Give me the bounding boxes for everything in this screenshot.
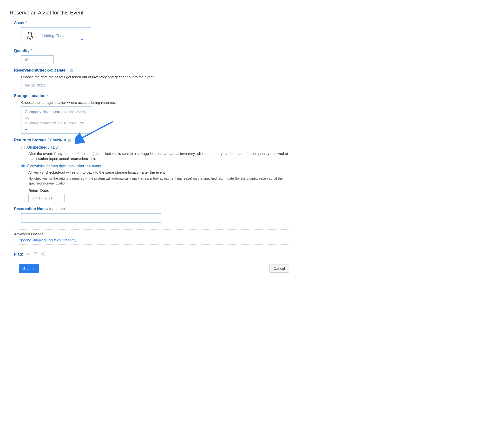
page-title: Reserve an Asset for this Event: [10, 10, 289, 16]
submit-button[interactable]: Submit: [19, 264, 39, 273]
info-icon: i: [67, 139, 71, 142]
notes-label: Reservation Notes (optional): [14, 207, 289, 211]
advanced-options-title: Advanced Options: [14, 232, 289, 236]
radio-everything-label: Everything comes right back after the ev…: [27, 164, 101, 168]
svg-text:i: i: [71, 69, 72, 72]
cancel-button[interactable]: Cancel: [269, 264, 289, 273]
chair-icon: [26, 31, 35, 41]
info-icon: i: [70, 69, 73, 72]
storage-label: Storage Location *: [14, 94, 289, 98]
radio-unspecified-desc: After the event, if any portion of the i…: [28, 151, 289, 161]
flag-label: Flag:: [14, 252, 23, 256]
radio-everything-desc1: All item(s) checked-out will return to b…: [28, 170, 289, 175]
storage-name: Company Headquarters: [25, 110, 66, 114]
asset-selected-name: Folding Chair: [42, 34, 65, 38]
return-label: Return to Storage / Check-in i: [14, 138, 289, 142]
check-circle-icon[interactable]: [41, 252, 46, 257]
checkout-date-input[interactable]: [21, 81, 57, 89]
caret-down-icon: [81, 37, 83, 41]
checkout-helper: Choose the date the assets get taken out…: [21, 75, 289, 79]
radio-everything[interactable]: [21, 165, 25, 168]
asset-label: Asset *: [14, 21, 289, 25]
quantity-label: Quantity *: [14, 49, 289, 53]
quantity-input[interactable]: [21, 55, 54, 64]
svg-text:i: i: [69, 139, 70, 142]
storage-select[interactable]: Company Headquarters Las Vegas, NV Inven…: [21, 107, 92, 134]
notes-input[interactable]: [21, 214, 161, 222]
asset-select[interactable]: Folding Chair: [21, 27, 91, 44]
star-icon[interactable]: [25, 252, 30, 257]
storage-helper: Choose the storage location where asset …: [21, 100, 289, 105]
storage-balance: Inventory balance on Jun 16, 2021 : 25: [25, 121, 89, 126]
radio-unspecified-label: Unspecified / TBD: [27, 145, 58, 149]
return-date-label: Return Date:: [28, 188, 289, 192]
checkout-date-label: Reservation/Check-out Date * i: [14, 68, 289, 73]
advanced-link[interactable]: Specify Shipping Logistics Category: [19, 238, 289, 242]
divider: [14, 245, 289, 245]
flag-icon[interactable]: [33, 252, 38, 257]
return-date-input[interactable]: [28, 194, 65, 202]
caret-down-icon: [25, 126, 89, 132]
radio-everything-desc2: No 'check-in' for the return is required…: [28, 176, 289, 186]
svg-point-4: [42, 252, 45, 256]
divider: [14, 229, 289, 230]
radio-unspecified[interactable]: [21, 146, 25, 149]
